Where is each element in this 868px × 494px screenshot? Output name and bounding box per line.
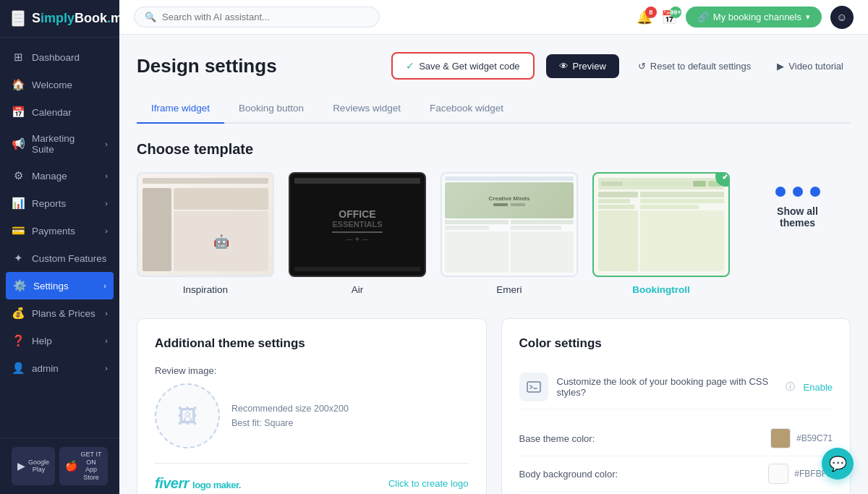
choose-template-title: Choose template bbox=[137, 141, 851, 158]
show-all-themes-button[interactable]: Show all themes bbox=[744, 172, 851, 243]
sidebar-item-label: Manage bbox=[32, 171, 67, 182]
preview-button[interactable]: 👁 Preview bbox=[546, 54, 619, 78]
fiverr-footer: fiverr logo maker. Click to create logo bbox=[155, 463, 469, 492]
sidebar-item-plans[interactable]: 💰 Plans & Prices › bbox=[0, 299, 119, 327]
reset-button[interactable]: ↺ Reset to default settings bbox=[631, 54, 758, 78]
tab-iframe-widget[interactable]: Iframe widget bbox=[137, 94, 224, 124]
video-tutorial-button[interactable]: ▶ Video tutorial bbox=[770, 54, 851, 78]
sidebar-item-payments[interactable]: 💳 Payments › bbox=[0, 217, 119, 244]
color-swatch-body-background[interactable] bbox=[768, 464, 788, 484]
template-thumb-emeri: Creative Minds bbox=[441, 172, 578, 277]
sidebar-item-welcome[interactable]: 🏠 Welcome bbox=[0, 71, 119, 98]
color-swatch-base-theme[interactable] bbox=[770, 428, 791, 448]
chevron-icon: › bbox=[105, 364, 108, 372]
sidebar-item-label: Dashboard bbox=[32, 52, 80, 63]
search-icon: 🔍 bbox=[145, 12, 156, 22]
click-to-create-logo[interactable]: Click to create logo bbox=[388, 478, 469, 489]
sidebar-item-label: admin bbox=[32, 363, 59, 374]
play-icon: ▶ bbox=[777, 61, 784, 72]
tab-booking-button[interactable]: Booking button bbox=[224, 94, 318, 124]
review-image-label: Review image: bbox=[155, 365, 469, 376]
avatar-button[interactable]: ☺ bbox=[830, 6, 854, 29]
sidebar-item-custom-features[interactable]: ✦ Custom Features bbox=[0, 244, 119, 272]
app-store-button[interactable]: 🍎 GET IT ON App Store bbox=[59, 447, 108, 485]
dots-row bbox=[775, 187, 820, 197]
sidebar-item-admin[interactable]: 👤 admin › bbox=[0, 354, 119, 382]
sidebar-item-label: Reports bbox=[32, 198, 66, 209]
dot-2 bbox=[793, 187, 803, 197]
upload-image-button[interactable]: 🖼 bbox=[155, 383, 220, 448]
tab-reviews-widget[interactable]: Reviews widget bbox=[318, 94, 415, 124]
template-bookingtroll[interactable]: ✓ bbox=[592, 172, 730, 295]
eye-icon: 👁 bbox=[559, 61, 569, 72]
my-booking-label: My booking channels bbox=[713, 12, 801, 22]
recommended-size-text: Recommended size 200x200 bbox=[231, 404, 349, 414]
sidebar-item-label: Settings bbox=[33, 281, 69, 291]
settings-icon: ⚙️ bbox=[13, 279, 26, 292]
template-inspiration[interactable]: 🤖 Inspiration bbox=[137, 172, 274, 295]
color-row-base-theme: Base theme color: #B59C71 bbox=[519, 421, 833, 456]
info-icon: ⓘ bbox=[786, 380, 795, 393]
payments-icon: 💳 bbox=[12, 224, 25, 237]
sidebar-item-dashboard[interactable]: ⊞ Dashboard bbox=[0, 43, 119, 71]
sidebar-item-settings[interactable]: ⚙️ Settings › bbox=[6, 272, 114, 299]
sidebar: ☰ SimplyBook.me ⊞ Dashboard 🏠 Welcome 📅 … bbox=[0, 0, 119, 494]
color-label-body-bg: Body background color: bbox=[519, 469, 618, 480]
topbar: 🔍 🔔 8 📅 99+ 🔗 My booking channels ▾ ☺ bbox=[119, 0, 868, 35]
calendar-button[interactable]: 📅 99+ bbox=[661, 9, 677, 25]
chevron-down-icon: ▾ bbox=[806, 12, 810, 22]
reset-label: Reset to default settings bbox=[650, 61, 751, 72]
css-customize-row: Customize the look of your booking page … bbox=[519, 365, 833, 409]
sidebar-item-label: Custom Features bbox=[32, 253, 107, 264]
link-icon: 🔗 bbox=[697, 12, 709, 22]
calendar-count: 99+ bbox=[670, 7, 681, 18]
template-name-inspiration: Inspiration bbox=[183, 284, 228, 295]
tab-label: Facebook widget bbox=[430, 103, 503, 114]
google-play-button[interactable]: ▶ Google Play bbox=[12, 447, 55, 485]
notifications-button[interactable]: 🔔 8 bbox=[637, 9, 652, 25]
upload-hint: Recommended size 200x200 Best fit: Squar… bbox=[231, 401, 349, 430]
logo: SimplyBook.me bbox=[32, 11, 119, 26]
reports-icon: 📊 bbox=[12, 197, 25, 210]
color-label-base: Base theme color: bbox=[519, 433, 595, 444]
template-emeri[interactable]: Creative Minds bbox=[441, 172, 578, 295]
hamburger-icon[interactable]: ☰ bbox=[12, 10, 25, 27]
sidebar-item-calendar[interactable]: 📅 Calendar bbox=[0, 98, 119, 126]
tab-label: Iframe widget bbox=[151, 103, 210, 114]
notifications-count: 8 bbox=[645, 7, 657, 18]
reset-icon: ↺ bbox=[638, 61, 646, 72]
google-play-label: Google Play bbox=[28, 459, 49, 474]
page-title: Design settings bbox=[137, 55, 380, 77]
save-get-widget-button[interactable]: ✓ Save & Get widget code bbox=[391, 52, 534, 80]
tab-label: Booking button bbox=[239, 103, 304, 114]
google-play-icon: ▶ bbox=[17, 460, 25, 472]
additional-settings-panel: Additional theme settings Review image: … bbox=[137, 318, 487, 494]
tab-facebook-widget[interactable]: Facebook widget bbox=[415, 94, 518, 124]
search-input[interactable] bbox=[162, 12, 369, 22]
sidebar-item-manage[interactable]: ⚙ Manage › bbox=[0, 162, 119, 189]
template-name-air: Air bbox=[352, 284, 364, 295]
sidebar-nav: ⊞ Dashboard 🏠 Welcome 📅 Calendar 📢 Marke… bbox=[0, 38, 119, 438]
color-swatch-base: #B59C71 bbox=[770, 428, 833, 448]
video-label: Video tutorial bbox=[788, 61, 843, 72]
sidebar-item-help[interactable]: ❓ Help › bbox=[0, 327, 119, 354]
custom-features-icon: ✦ bbox=[12, 252, 25, 265]
sidebar-item-reports[interactable]: 📊 Reports › bbox=[0, 189, 119, 217]
chevron-icon: › bbox=[103, 281, 106, 290]
search-bar[interactable]: 🔍 bbox=[134, 7, 380, 27]
fiverr-logo: fiverr logo maker. bbox=[155, 475, 241, 492]
main-content: 🔍 🔔 8 📅 99+ 🔗 My booking channels ▾ ☺ bbox=[119, 0, 868, 494]
template-air[interactable]: OFFICE ESSENTIALS — ✦ — Air bbox=[289, 172, 426, 295]
chevron-icon: › bbox=[105, 140, 108, 148]
dot-3 bbox=[810, 187, 820, 197]
image-placeholder-icon: 🖼 bbox=[177, 404, 197, 428]
check-icon: ✓ bbox=[406, 60, 414, 72]
chat-bubble-button[interactable]: 💬 bbox=[822, 448, 854, 480]
sidebar-item-marketing[interactable]: 📢 Marketing Suite › bbox=[0, 126, 119, 162]
page-content: Design settings ✓ Save & Get widget code… bbox=[119, 35, 868, 494]
chevron-icon: › bbox=[105, 199, 108, 208]
template-name-bookingtroll: Bookingtroll bbox=[632, 284, 690, 295]
my-booking-button[interactable]: 🔗 My booking channels ▾ bbox=[686, 7, 822, 27]
enable-css-link[interactable]: Enable bbox=[804, 382, 833, 393]
topbar-right: 🔔 8 📅 99+ 🔗 My booking channels ▾ ☺ bbox=[637, 6, 854, 29]
